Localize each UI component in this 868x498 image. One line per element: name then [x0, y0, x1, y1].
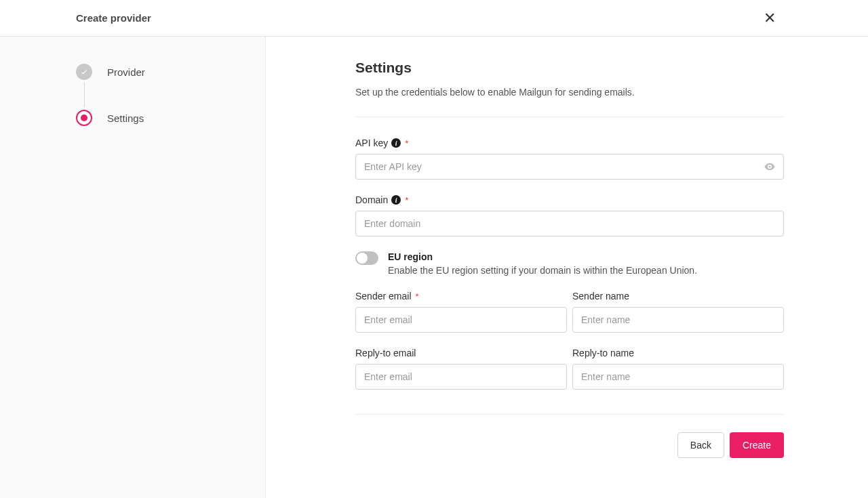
radio-active-icon [76, 110, 92, 126]
eu-region-description: Enable the EU region setting if your dom… [388, 265, 697, 276]
field-reply-to-name: Reply-to name [572, 348, 784, 390]
required-asterisk: * [405, 138, 408, 148]
info-icon[interactable]: i [391, 195, 401, 205]
sender-name-input[interactable] [572, 307, 784, 333]
wizard-step-provider[interactable]: Provider [76, 64, 265, 80]
eu-region-label: EU region [388, 251, 697, 262]
field-domain: Domain i * [355, 194, 784, 236]
check-icon [76, 64, 92, 80]
reply-to-name-label: Reply-to name [572, 348, 634, 358]
api-key-input[interactable] [355, 154, 784, 180]
field-reply-to-email: Reply-to email [355, 348, 567, 390]
reply-to-email-input[interactable] [355, 364, 567, 390]
field-sender-name: Sender name [572, 291, 784, 333]
page-title: Settings [355, 60, 784, 76]
wizard-step-label: Settings [107, 112, 144, 124]
wizard-sidebar: Provider Settings [0, 37, 266, 498]
domain-input[interactable] [355, 211, 784, 236]
domain-label: Domain [355, 194, 388, 205]
wizard-step-settings[interactable]: Settings [76, 110, 265, 126]
sender-email-input[interactable] [355, 307, 567, 333]
eu-region-toggle[interactable] [355, 251, 378, 265]
api-key-label: API key [355, 138, 388, 148]
wizard-step-label: Provider [107, 66, 145, 78]
sender-name-label: Sender name [572, 291, 629, 302]
required-asterisk: * [405, 195, 408, 205]
required-asterisk: * [416, 291, 419, 302]
modal-title: Create provider [76, 12, 151, 24]
info-icon[interactable]: i [391, 138, 401, 148]
page-description: Set up the credentials below to enable M… [355, 87, 784, 98]
close-icon: ✕ [764, 9, 776, 26]
back-button[interactable]: Back [677, 432, 724, 458]
field-eu-region: EU region Enable the EU region setting i… [355, 251, 784, 276]
divider [355, 117, 784, 117]
reply-to-name-input[interactable] [572, 364, 784, 390]
field-sender-email: Sender email* [355, 291, 567, 333]
divider [355, 414, 784, 415]
wizard-connector [84, 83, 85, 107]
close-button[interactable]: ✕ [761, 8, 778, 28]
eye-icon[interactable] [764, 161, 776, 173]
field-api-key: API key i * [355, 138, 784, 180]
sender-email-label: Sender email [355, 291, 412, 302]
create-button[interactable]: Create [730, 432, 784, 458]
reply-to-email-label: Reply-to email [355, 348, 416, 358]
